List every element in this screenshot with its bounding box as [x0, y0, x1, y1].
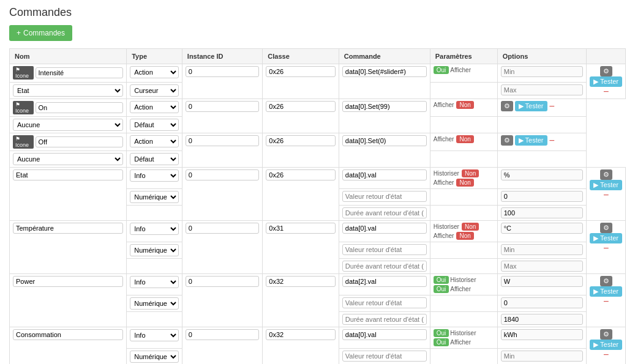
- tester-button[interactable]: ▶ Tester: [515, 135, 547, 146]
- config-button[interactable]: ⚙: [600, 329, 612, 340]
- param-max-input[interactable]: [501, 261, 583, 272]
- config-button[interactable]: ⚙: [600, 223, 612, 233]
- param-min-input[interactable]: [501, 66, 583, 77]
- type-cell: Info: [127, 327, 182, 349]
- classe-input[interactable]: [266, 276, 336, 287]
- commande-input[interactable]: [342, 223, 427, 234]
- delete-button[interactable]: −: [603, 243, 609, 253]
- param-sub2-cell: [430, 312, 497, 327]
- param-100-input[interactable]: [501, 207, 583, 218]
- opt-row: [501, 66, 583, 77]
- classe-input[interactable]: [266, 329, 336, 340]
- param-sub-cell: [430, 117, 497, 133]
- instance-input[interactable]: [186, 135, 259, 146]
- badge-afficher-non: Non: [456, 179, 473, 187]
- commande-input[interactable]: [342, 169, 427, 180]
- param-0-input[interactable]: [501, 297, 583, 308]
- nom-name-input[interactable]: [13, 223, 123, 234]
- instance-input[interactable]: [186, 101, 259, 112]
- classe-cell: [263, 64, 339, 99]
- delete-button[interactable]: −: [603, 297, 609, 306]
- numerique-select[interactable]: Numérique: [130, 297, 179, 310]
- nom-name-input[interactable]: [13, 329, 123, 340]
- instance-input[interactable]: [186, 276, 259, 287]
- classe-input[interactable]: [266, 66, 336, 77]
- commande-retour-input[interactable]: [342, 244, 427, 255]
- commande-input[interactable]: [342, 276, 427, 287]
- param-1840-input[interactable]: [501, 314, 583, 325]
- tester-button[interactable]: ▶ Tester: [590, 180, 622, 190]
- commande-retour-input[interactable]: [342, 351, 427, 362]
- numerique-select[interactable]: Numérique: [130, 191, 179, 203]
- type-select[interactable]: Action: [130, 101, 179, 113]
- instance-input[interactable]: [186, 223, 259, 234]
- type-select[interactable]: Info: [130, 169, 179, 182]
- config-button[interactable]: ⚙: [501, 101, 513, 111]
- commande-retour-input[interactable]: [342, 297, 427, 308]
- commande-input[interactable]: [342, 66, 427, 77]
- param-pct-input[interactable]: [501, 169, 583, 180]
- numerique-select[interactable]: Numérique: [130, 244, 179, 256]
- commande-input[interactable]: [342, 135, 427, 146]
- param-min-input[interactable]: [501, 351, 583, 362]
- tester-button[interactable]: ▶ Tester: [590, 286, 622, 297]
- param-min-input[interactable]: [501, 244, 583, 255]
- nom-name-input[interactable]: [13, 276, 123, 287]
- classe-input[interactable]: [266, 135, 336, 146]
- commande-retour-input[interactable]: [342, 191, 427, 202]
- param-w-input[interactable]: [501, 276, 583, 287]
- tester-button[interactable]: ▶ Tester: [590, 340, 622, 350]
- delete-button[interactable]: −: [603, 350, 609, 360]
- param-c-input[interactable]: [501, 223, 583, 234]
- nom-name-input[interactable]: [36, 136, 124, 147]
- defaut-select[interactable]: Défaut: [130, 119, 179, 131]
- options-sub2-cell: [497, 312, 586, 327]
- classe-input[interactable]: [266, 101, 336, 112]
- nom-name-input[interactable]: [36, 67, 124, 78]
- commande-duree-input[interactable]: [342, 207, 427, 218]
- etat-select[interactable]: Etat: [13, 84, 123, 97]
- classe-input[interactable]: [266, 223, 336, 234]
- nom-name-input[interactable]: [13, 169, 123, 180]
- defaut-select[interactable]: Défaut: [130, 153, 179, 165]
- del-cell: ⚙ ▶ Tester −: [587, 64, 626, 99]
- type-select[interactable]: Info: [130, 329, 179, 341]
- numerique-select[interactable]: Numérique: [130, 351, 179, 363]
- commande-duree-input[interactable]: [342, 314, 427, 325]
- param-kwh-input[interactable]: [501, 329, 583, 340]
- type-select[interactable]: Info: [130, 276, 179, 288]
- instance-input[interactable]: [186, 66, 259, 77]
- instance-input[interactable]: [186, 169, 259, 180]
- commande-duree-input[interactable]: [342, 261, 427, 272]
- type-sub-select[interactable]: Curseur: [130, 84, 179, 97]
- instance-input[interactable]: [186, 329, 259, 340]
- aucune-select[interactable]: Aucune: [13, 153, 123, 165]
- tester-button[interactable]: ▶ Tester: [515, 101, 547, 111]
- config-button[interactable]: ⚙: [600, 276, 612, 286]
- opt-row: [501, 169, 583, 180]
- commande-input[interactable]: [342, 101, 427, 112]
- badge-non: Non: [456, 101, 473, 109]
- type-select[interactable]: Info: [130, 223, 179, 235]
- tester-button[interactable]: ▶ Tester: [590, 233, 622, 243]
- param-0-input[interactable]: [501, 191, 583, 202]
- classe-input[interactable]: [266, 169, 336, 180]
- nom-name-input[interactable]: [36, 102, 124, 113]
- instance-cell: [182, 168, 262, 221]
- param-cell: Historiser Non Afficher Non: [430, 168, 497, 189]
- tester-button[interactable]: ▶ Tester: [590, 76, 622, 87]
- historiser-label: Historiser: [434, 170, 459, 177]
- delete-button[interactable]: −: [603, 87, 609, 97]
- config-button[interactable]: ⚙: [600, 169, 612, 180]
- commande-input[interactable]: [342, 329, 427, 340]
- param-max-input[interactable]: [501, 84, 583, 95]
- config-button[interactable]: ⚙: [501, 135, 513, 146]
- type-top-select[interactable]: Action: [130, 66, 179, 78]
- add-commandes-button[interactable]: + Commandes: [9, 25, 72, 41]
- delete-button[interactable]: −: [549, 136, 555, 146]
- delete-button[interactable]: −: [549, 102, 555, 111]
- aucune-select[interactable]: Aucune: [13, 119, 123, 131]
- type-select[interactable]: Action: [130, 135, 179, 147]
- config-button[interactable]: ⚙: [600, 66, 612, 76]
- delete-button[interactable]: −: [603, 190, 609, 200]
